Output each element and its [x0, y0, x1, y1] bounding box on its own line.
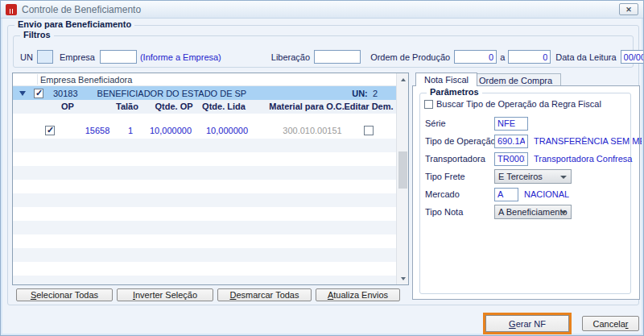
- right-tab-control: Ordem de Compra Nota Fiscal Parâmetros B…: [412, 73, 640, 300]
- buscar-tipo-operacao-label: Buscar Tipo de Operação da Regra Fiscal: [436, 99, 601, 109]
- tipo-frete-label: Tipo Frete: [425, 172, 494, 181]
- filter-row: UN Empresa (Informe a Empresa) Liberação…: [20, 50, 630, 64]
- close-icon: ✕: [625, 6, 632, 14]
- buscar-tipo-operacao-checkbox[interactable]: [424, 100, 433, 109]
- ordem-producao-label: Ordem de Produção: [370, 52, 450, 62]
- scroll-up-icon[interactable]: [397, 73, 409, 85]
- col-material: Material para O.C.: [269, 102, 345, 111]
- mercado-label: Mercado: [425, 189, 494, 199]
- envio-beneficiamento-group: Envio para Beneficiamento Filtros UN Emp…: [7, 25, 639, 305]
- header-separator: [37, 74, 38, 85]
- close-button[interactable]: ✕: [619, 3, 638, 15]
- cell-qtde-lida: 10,000000: [206, 126, 248, 135]
- cell-op: 15658: [85, 126, 110, 135]
- empresa-group-row[interactable]: 30183 BENEFICIADOR DO ESTADO DE SP UN: 2: [13, 86, 408, 100]
- window-title: Controle de Beneficiamento: [22, 4, 141, 15]
- cell-material: 300.010.00151: [283, 126, 341, 135]
- filtros-group: Filtros UN Empresa (Informe a Empresa) L…: [13, 35, 634, 68]
- col-op: OP: [61, 102, 74, 111]
- empresa-code: 30183: [53, 89, 78, 98]
- scroll-down-icon[interactable]: [397, 272, 409, 284]
- scrollbar-thumb[interactable]: [398, 151, 407, 189]
- tab-nota-fiscal[interactable]: Nota Fiscal: [415, 73, 477, 86]
- tipo-frete-select[interactable]: E Terceiros: [494, 169, 572, 184]
- tipo-operacao-row: Tipo de Operação TRANSFERÊNCIA SEM MEDIC: [425, 134, 642, 148]
- empresa-un: UN: 2: [352, 89, 378, 98]
- serie-row: Série: [425, 116, 642, 131]
- tipo-operacao-desc: TRANSFERÊNCIA SEM MEDIC: [534, 136, 642, 146]
- mercado-desc: NACIONAL: [524, 189, 569, 199]
- range-separator: a: [500, 52, 505, 62]
- tipo-nota-label: Tipo Nota: [425, 207, 494, 217]
- parametros-group: Parâmetros Buscar Tipo de Operação da Re…: [419, 93, 631, 294]
- tipo-frete-row: Tipo Frete E Terceiros: [425, 169, 642, 184]
- transportadora-label: Transportadora: [425, 154, 494, 164]
- list-header-label: Empresa Beneficiadora: [40, 75, 132, 85]
- transportadora-input[interactable]: [494, 152, 528, 166]
- tab-ordem-de-compra[interactable]: Ordem de Compra: [470, 73, 561, 86]
- empty-rows: [13, 139, 396, 284]
- empresa-label: Empresa: [60, 52, 95, 62]
- gerar-nf-button[interactable]: Gerar NF: [485, 315, 569, 332]
- data-leitura-from-input[interactable]: [621, 50, 644, 64]
- empresa-input[interactable]: [100, 50, 137, 64]
- beneficiadora-list: Empresa Beneficiadora 30183 BENEFICIADOR…: [12, 73, 409, 285]
- data-leitura-label: Data da Leitura: [555, 52, 616, 62]
- filtros-title: Filtros: [20, 30, 54, 39]
- column-header-row: OP Talão Qtde. OP Qtde. Lida Material pa…: [13, 100, 408, 114]
- transportadora-row: Transportadora Transportadora Confresa: [425, 151, 642, 166]
- editar-dem-checkbox[interactable]: [364, 126, 374, 135]
- parametros-title: Parâmetros: [427, 87, 482, 97]
- op-row-checkbox[interactable]: [45, 126, 55, 135]
- ordem-producao-from-input[interactable]: [454, 50, 497, 64]
- list-scrollbar[interactable]: [396, 73, 408, 284]
- op-table-row[interactable]: 15658 1 10,000000 10,000000 300.010.0015…: [13, 124, 408, 139]
- col-qtde-op: Qtde. OP: [155, 102, 192, 111]
- mercado-row: Mercado NACIONAL: [425, 187, 642, 201]
- un-input[interactable]: [37, 50, 53, 64]
- chevron-down-icon: [560, 211, 567, 214]
- chevron-down-icon: [560, 176, 567, 179]
- un-badge-label: UN:: [352, 89, 368, 98]
- cancelar-button[interactable]: Cancelar: [582, 316, 639, 331]
- mercado-input[interactable]: [494, 188, 518, 201]
- app-logo-icon: [6, 4, 17, 15]
- liberacao-label: Liberação: [271, 52, 310, 62]
- list-header: Empresa Beneficiadora: [13, 73, 408, 86]
- col-editar-dem: Editar Dem.: [344, 102, 393, 111]
- empresa-hint: (Informe a Empresa): [140, 52, 221, 62]
- serie-input[interactable]: [494, 117, 528, 131]
- nota-fiscal-tabpage: Parâmetros Buscar Tipo de Operação da Re…: [412, 85, 640, 300]
- collapse-arrow-icon[interactable]: [19, 91, 26, 96]
- empresa-name: BENEFICIADOR DO ESTADO DE SP: [97, 89, 247, 98]
- buscar-tipo-operacao-row: Buscar Tipo de Operação da Regra Fiscal: [424, 99, 601, 109]
- tipo-nota-select[interactable]: A Beneficiamento: [494, 205, 572, 219]
- cell-talao: 1: [128, 126, 133, 135]
- tipo-operacao-label: Tipo de Operação: [425, 136, 494, 146]
- col-talao: Talão: [116, 102, 138, 111]
- envio-group-title: Envio para Beneficiamento: [14, 19, 134, 29]
- ordem-producao-to-input[interactable]: [508, 50, 551, 64]
- col-qtde-lida: Qtde. Lida: [202, 102, 246, 111]
- serie-label: Série: [425, 118, 494, 128]
- titlebar: Controle de Beneficiamento ✕: [1, 1, 643, 19]
- cell-qtde-op: 10,000000: [150, 126, 192, 135]
- gerar-nf-highlight: Gerar NF: [483, 313, 572, 334]
- tipo-operacao-input[interactable]: [494, 135, 528, 148]
- atualiza-envios-button[interactable]: Atualiza Envios: [316, 288, 400, 301]
- dialog-controle-beneficiamento: Controle de Beneficiamento ✕ Envio para …: [0, 0, 644, 336]
- transportadora-desc: Transportadora Confresa: [534, 154, 633, 164]
- un-label: UN: [20, 52, 33, 62]
- un-badge-value: 2: [373, 89, 378, 98]
- liberacao-input[interactable]: [314, 50, 361, 64]
- inverter-selecao-button[interactable]: Inverter Seleção: [117, 288, 213, 301]
- desmarcar-todas-button[interactable]: Desmarcar Todas: [217, 288, 312, 301]
- tipo-nota-row: Tipo Nota A Beneficiamento: [425, 205, 642, 219]
- empresa-checkbox[interactable]: [34, 89, 43, 98]
- selecionar-todas-button[interactable]: Selecionar Todas: [16, 288, 113, 301]
